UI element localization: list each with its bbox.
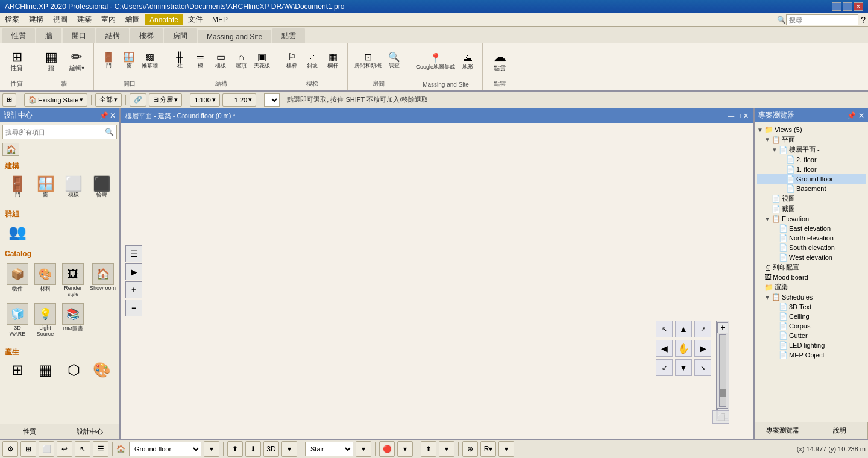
tree-led[interactable]: 📄 LED lighting (757, 340, 866, 350)
tree-root[interactable]: ▼ 📁 Views (5) (757, 125, 866, 134)
catalog-3dware[interactable]: 🧊 3D WARE (5, 301, 30, 339)
catalog-lightsource[interactable]: 💡 Light Source (33, 301, 58, 339)
tree-corpus[interactable]: 📄 Corpus (757, 321, 866, 331)
nav-downright-btn[interactable]: ↘ (694, 359, 711, 376)
roof-btn[interactable]: ⌂ 屋頂 (231, 51, 251, 72)
filter-select[interactable] (264, 93, 280, 107)
tree-print[interactable]: 🖨 列印配置 (757, 262, 866, 272)
floor-select[interactable]: Ground floor 1. floor 2. floor Basement (129, 442, 201, 456)
menu-mep[interactable]: MEP (207, 14, 233, 25)
close-button[interactable]: ✕ (854, 2, 863, 11)
view-rect-btn[interactable]: ⬜ (712, 410, 729, 424)
nav-up-btn[interactable]: ▲ (675, 321, 692, 337)
left-search-icon[interactable]: 🔍 (102, 128, 116, 136)
survey-btn[interactable]: 🔍 調查 (385, 51, 404, 72)
railing-btn[interactable]: ▦ 欄杆 (323, 51, 342, 72)
floorplan-arrow[interactable]: ▼ (764, 136, 770, 143)
existing-state-btn[interactable]: 🏠 Existing State ▾ (24, 93, 87, 107)
door-btn[interactable]: 🚪 門 (99, 51, 118, 72)
home-btn[interactable]: 🏠 (2, 143, 19, 156)
window-panel-item[interactable]: 🪟 窗 (33, 175, 59, 201)
nav-downleft-btn[interactable]: ↙ (656, 359, 673, 376)
menu-draw[interactable]: 繪圖 (121, 13, 145, 26)
extra-btn[interactable]: ▾ (498, 441, 514, 457)
up-arrow-btn[interactable]: ⬆ (227, 441, 243, 457)
canvas-close-btn[interactable]: ✕ (743, 112, 749, 120)
tree-elevation[interactable]: ▼ 📋 Elevation (757, 214, 866, 224)
floor-level-arrow[interactable]: ▼ (772, 146, 778, 153)
tab-pointcloud[interactable]: 點雲 (272, 28, 305, 43)
tree-floorplan[interactable]: ▼ 📋 平面 (757, 134, 866, 145)
tree-west-elev[interactable]: 📄 West elevation (757, 253, 866, 262)
snap2-btn[interactable]: ⊕ (462, 441, 478, 457)
left-search-input[interactable] (3, 125, 102, 139)
menu-annotate[interactable]: Annotate (145, 14, 183, 25)
tab-wall[interactable]: 牆 (36, 28, 61, 43)
zoom-in-btn[interactable]: + (717, 322, 728, 333)
3d-btn[interactable]: 3D (263, 441, 279, 457)
snap-rect-btn[interactable]: ⬜ (39, 441, 54, 457)
profile-panel-item[interactable]: ⬛ 輪廊 (89, 175, 115, 201)
tree-moodboard[interactable]: 🖼 Mood board (757, 272, 866, 282)
panel-pin-icon[interactable]: 📌 (99, 111, 108, 120)
tree-1floor[interactable]: 📄 1. floor (757, 165, 866, 174)
list-btn[interactable]: ☰ (93, 441, 108, 457)
cursor-btn[interactable]: ↖ (75, 441, 90, 457)
tab-stair[interactable]: 樓梯 (130, 28, 163, 43)
nav-zoom-plus-btn[interactable]: + (125, 281, 142, 298)
zoom-thumb[interactable] (720, 389, 726, 397)
tree-3dtext[interactable]: 📄 3D Text (757, 302, 866, 312)
rotate-btn[interactable]: R▾ (480, 441, 496, 457)
floor-btn[interactable]: ▭ 樓板 (211, 51, 230, 72)
nav-left-btn[interactable]: ◀ (656, 340, 673, 357)
tab-quality[interactable]: 性質 (2, 28, 35, 43)
settings-btn[interactable]: ⚙ (2, 441, 18, 457)
gen-item1[interactable]: ⊞ (5, 361, 31, 379)
help-footer-btn[interactable]: 說明 (811, 422, 868, 439)
menu-view[interactable]: 視圖 (48, 13, 72, 26)
north-btn[interactable]: ⬆ (421, 441, 436, 457)
pattern-panel-item[interactable]: ⬜ 模樣 (61, 175, 87, 201)
tab-room[interactable]: 房間 (164, 28, 197, 43)
gen-item3[interactable]: ⬡ (61, 361, 87, 379)
canvas-max-btn[interactable]: □ (737, 112, 741, 120)
pointcloud-btn[interactable]: ☁ 點雲 (488, 49, 512, 74)
tab-structure[interactable]: 結構 (96, 28, 129, 43)
menu-interior[interactable]: 室內 (96, 13, 121, 26)
tree-gutter[interactable]: 📄 Gutter (757, 331, 866, 340)
group-panel-item[interactable]: 👥 (5, 223, 31, 241)
nav-right-btn[interactable]: ▶ (125, 263, 142, 280)
nav-upleft-btn[interactable]: ↖ (656, 321, 673, 337)
canvas-content[interactable]: ☰ ▶ + − ↖ ▲ ↗ ◀ ✋ (121, 123, 753, 439)
maximize-button[interactable]: □ (843, 2, 852, 11)
menu-build[interactable]: 建構 (24, 13, 48, 26)
tree-mep[interactable]: 📄 MEP Object (757, 350, 866, 360)
scale2-btn[interactable]: — 1:20 ▾ (222, 93, 256, 107)
beam-btn[interactable]: ═ 樑 (190, 51, 210, 72)
tree-basement[interactable]: 📄 Basement (757, 184, 866, 193)
tree-floor-level[interactable]: ▼ 📄 樓層平面 - (757, 145, 866, 155)
snap-btn[interactable]: ⊞ (2, 93, 16, 107)
terrain-btn[interactable]: ⛰ 地形 (458, 52, 477, 73)
nav-right2-btn[interactable]: ▶ (694, 340, 711, 357)
right-pin-icon[interactable]: 📌 (847, 111, 856, 120)
menu-file[interactable]: 檔案 (0, 13, 24, 26)
all-btn[interactable]: 全部 ▾ (95, 93, 122, 107)
tree-render[interactable]: 📁 渲染 (757, 282, 866, 292)
tree-south-elev[interactable]: 📄 South elevation (757, 243, 866, 253)
gen-item2[interactable]: ▦ (33, 361, 59, 379)
column-btn[interactable]: ╫ 柱 (170, 51, 189, 72)
quality-tab-btn[interactable]: 性質 (0, 424, 60, 439)
quality-btn[interactable]: ⊞ 性質 (5, 49, 29, 74)
root-arrow[interactable]: ▼ (757, 127, 763, 133)
door-panel-item[interactable]: 🚪 門 (5, 175, 31, 201)
floor-chevron-btn[interactable]: ▾ (204, 441, 219, 457)
tree-east-elev[interactable]: 📄 East elevation (757, 224, 866, 233)
stair-chevron-btn[interactable]: ▾ (356, 441, 371, 457)
scale1-btn[interactable]: 1:100 ▾ (190, 93, 220, 107)
nav-upright-btn[interactable]: ↗ (694, 321, 711, 337)
grid-btn[interactable]: ⊞ (20, 441, 36, 457)
right-close-icon[interactable]: ✕ (858, 111, 864, 120)
stair-btn[interactable]: ⚐ 樓梯 (282, 51, 301, 72)
gen-item4[interactable]: 🎨 (89, 361, 115, 379)
